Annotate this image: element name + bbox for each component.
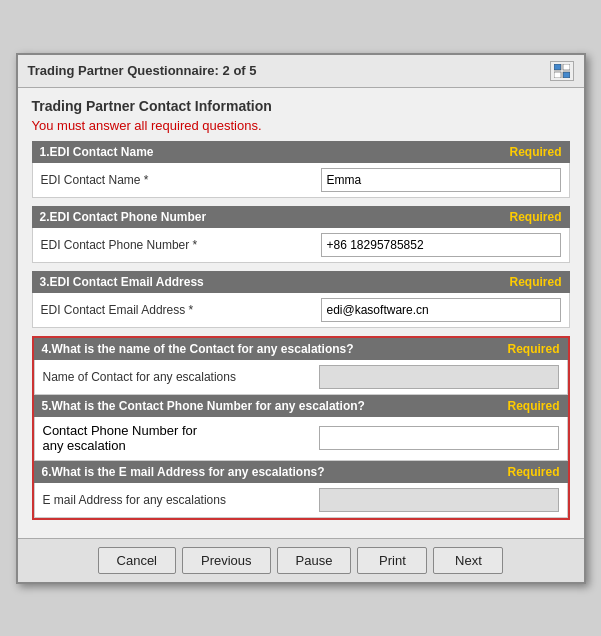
pause-button[interactable]: Pause	[277, 547, 352, 574]
input-q4-blurred[interactable]	[319, 365, 559, 389]
next-button[interactable]: Next	[433, 547, 503, 574]
required-label-q6: Required	[507, 465, 559, 479]
required-label-q1: Required	[509, 145, 561, 159]
title-bar-icon	[550, 61, 574, 81]
svg-rect-2	[554, 72, 561, 78]
required-label-q5: Required	[507, 399, 559, 413]
question-header-q6: 6.What is the E mail Address for any esc…	[34, 461, 568, 483]
button-bar: Cancel Previous Pause Print Next	[18, 538, 584, 582]
question-row-q5: Contact Phone Number for any escalation	[34, 417, 568, 461]
question-label-q5: 5.What is the Contact Phone Number for a…	[42, 399, 365, 413]
title-bar: Trading Partner Questionnaire: 2 of 5	[18, 55, 584, 88]
field-label-q6: E mail Address for any escalations	[43, 493, 226, 507]
question-row-q4: Name of Contact for any escalations	[34, 360, 568, 395]
question-header-q4: 4.What is the name of the Contact for an…	[34, 338, 568, 360]
question-block-q4: 4.What is the name of the Contact for an…	[34, 338, 568, 395]
question-block-q2: 2.EDI Contact Phone Number Required EDI …	[32, 206, 570, 263]
field-label-q2: EDI Contact Phone Number *	[41, 238, 198, 252]
question-header-q5: 5.What is the Contact Phone Number for a…	[34, 395, 568, 417]
question-row-q2: EDI Contact Phone Number *	[32, 228, 570, 263]
print-button[interactable]: Print	[357, 547, 427, 574]
dialog: Trading Partner Questionnaire: 2 of 5 Tr…	[16, 53, 586, 584]
svg-rect-0	[554, 64, 561, 70]
content: Trading Partner Contact Information You …	[18, 88, 584, 538]
question-label-q4: 4.What is the name of the Contact for an…	[42, 342, 354, 356]
section-heading: Trading Partner Contact Information	[32, 98, 570, 114]
required-label-q4: Required	[507, 342, 559, 356]
required-message: You must answer all required questions.	[32, 118, 570, 133]
question-row-q1: EDI Contact Name *	[32, 163, 570, 198]
input-q5[interactable]	[319, 426, 559, 450]
question-header-q2: 2.EDI Contact Phone Number Required	[32, 206, 570, 228]
question-block-q6: 6.What is the E mail Address for any esc…	[34, 461, 568, 518]
highlighted-section: 4.What is the name of the Contact for an…	[32, 336, 570, 520]
question-block-q3: 3.EDI Contact Email Address Required EDI…	[32, 271, 570, 328]
required-label-q3: Required	[509, 275, 561, 289]
questionnaire-icon	[554, 64, 570, 78]
required-label-q2: Required	[509, 210, 561, 224]
field-label-q1: EDI Contact Name *	[41, 173, 149, 187]
question-label-q3: 3.EDI Contact Email Address	[40, 275, 204, 289]
input-q6-blurred[interactable]	[319, 488, 559, 512]
title-bar-text: Trading Partner Questionnaire: 2 of 5	[28, 63, 257, 78]
question-header-q3: 3.EDI Contact Email Address Required	[32, 271, 570, 293]
input-q3[interactable]	[321, 298, 561, 322]
question-label-q2: 2.EDI Contact Phone Number	[40, 210, 207, 224]
cancel-button[interactable]: Cancel	[98, 547, 176, 574]
input-q1[interactable]	[321, 168, 561, 192]
field-label-q5: Contact Phone Number for any escalation	[43, 423, 203, 453]
question-label-q1: 1.EDI Contact Name	[40, 145, 154, 159]
previous-button[interactable]: Previous	[182, 547, 271, 574]
input-q2[interactable]	[321, 233, 561, 257]
question-header-q1: 1.EDI Contact Name Required	[32, 141, 570, 163]
question-block-q1: 1.EDI Contact Name Required EDI Contact …	[32, 141, 570, 198]
svg-rect-3	[563, 72, 570, 78]
field-label-q4: Name of Contact for any escalations	[43, 370, 236, 384]
question-label-q6: 6.What is the E mail Address for any esc…	[42, 465, 325, 479]
question-block-q5: 5.What is the Contact Phone Number for a…	[34, 395, 568, 461]
svg-rect-1	[563, 64, 570, 70]
field-label-q3: EDI Contact Email Address *	[41, 303, 194, 317]
question-row-q3: EDI Contact Email Address *	[32, 293, 570, 328]
question-row-q6: E mail Address for any escalations	[34, 483, 568, 518]
